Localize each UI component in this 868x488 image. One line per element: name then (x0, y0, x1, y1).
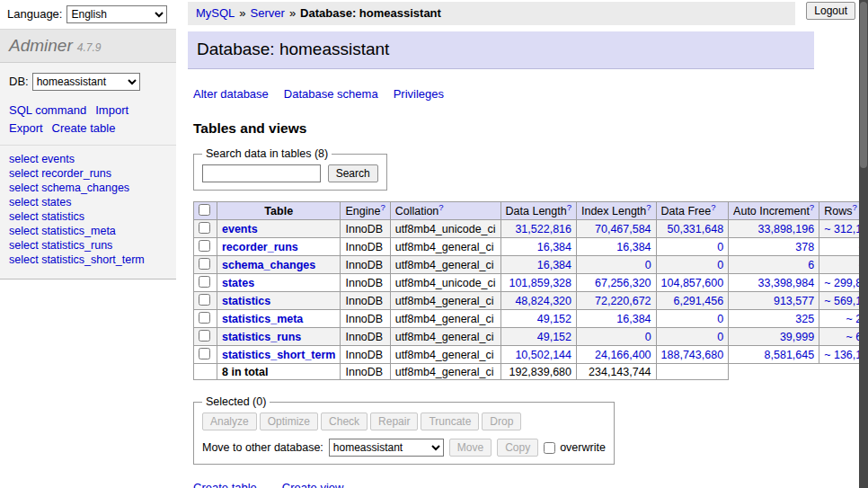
auto-increment-link[interactable]: 6 (808, 259, 814, 271)
search-input[interactable] (202, 164, 321, 182)
database-action-link[interactable]: Database schema (284, 87, 378, 101)
auto-increment-link[interactable]: 33,898,196 (758, 223, 815, 235)
table-operation-button[interactable]: Drop (482, 413, 521, 430)
move-button[interactable]: Move (449, 439, 492, 457)
data-length-link[interactable]: 31,522,816 (515, 223, 571, 235)
sidebar-menu-link[interactable]: Create table (52, 120, 116, 138)
data-free-link[interactable]: 50,331,648 (668, 223, 724, 235)
breadcrumb-link[interactable]: Server (251, 6, 285, 20)
create-link[interactable]: Create table (193, 481, 257, 488)
index-length-link[interactable]: 67,256,320 (595, 277, 651, 289)
copy-button[interactable]: Copy (497, 439, 538, 457)
row-checkbox[interactable] (199, 276, 210, 288)
scrollbar[interactable] (859, 0, 868, 488)
data-length-link[interactable]: 48,824,320 (515, 295, 571, 307)
data-length-link[interactable]: 10,502,144 (515, 349, 571, 361)
select-link[interactable]: select (9, 196, 39, 209)
auto-increment-link[interactable]: 8,581,645 (765, 349, 815, 361)
select-link[interactable]: select (9, 167, 39, 180)
auto-increment-link[interactable]: 913,577 (774, 295, 814, 307)
scrollbar-thumb[interactable] (860, 2, 867, 168)
table-operation-button[interactable]: Optimize (260, 413, 318, 430)
table-name-link[interactable]: states (222, 277, 254, 289)
breadcrumb-link[interactable]: MySQL (196, 6, 235, 20)
index-length-link[interactable]: 0 (645, 331, 651, 343)
select-link[interactable]: select (9, 225, 39, 237)
table-link[interactable]: recorder_runs (41, 167, 111, 180)
index-length-link[interactable]: 70,467,584 (595, 223, 651, 235)
column-help-link[interactable]: ? (711, 201, 715, 211)
index-length-link[interactable]: 16,384 (616, 313, 651, 325)
table-link[interactable]: statistics_short_term (41, 253, 145, 266)
data-free-link[interactable]: 0 (717, 331, 723, 343)
database-action-link[interactable]: Privileges (394, 87, 444, 101)
sidebar-menu-link[interactable]: Import (95, 102, 128, 120)
data-free-link[interactable]: 104,857,600 (661, 277, 724, 289)
database-action-link[interactable]: Alter database (193, 87, 269, 101)
index-length-link[interactable]: 16,384 (616, 241, 651, 253)
table-link[interactable]: events (41, 153, 75, 165)
data-length-link[interactable]: 101,859,328 (509, 277, 571, 289)
sidebar-menu-link[interactable]: Export (9, 120, 43, 138)
column-help-link[interactable]: ? (852, 201, 856, 211)
auto-increment-link[interactable]: 378 (795, 241, 814, 253)
data-free-link[interactable]: 0 (717, 313, 723, 325)
data-length-link[interactable]: 49,152 (537, 313, 571, 325)
table-operation-button[interactable]: Analyze (202, 413, 257, 430)
table-link[interactable]: statistics_meta (41, 225, 116, 237)
move-database-select[interactable]: homeassistant (329, 439, 444, 457)
table-name-link[interactable]: statistics_runs (222, 331, 301, 343)
overwrite-checkbox[interactable] (544, 442, 555, 454)
table-link[interactable]: schema_changes (41, 182, 129, 194)
row-checkbox[interactable] (199, 294, 210, 306)
table-name-link[interactable]: statistics (222, 295, 270, 307)
data-free-link[interactable]: 0 (717, 241, 723, 253)
data-length-link[interactable]: 49,152 (537, 331, 571, 343)
column-help-link[interactable]: ? (567, 201, 571, 211)
create-link[interactable]: Create view (282, 481, 344, 488)
row-checkbox[interactable] (199, 222, 210, 234)
table-name-link[interactable]: statistics_short_term (222, 349, 335, 361)
select-link[interactable]: select (9, 153, 39, 165)
data-length-link[interactable]: 16,384 (537, 259, 571, 271)
index-length-link[interactable]: 24,166,400 (595, 349, 651, 361)
column-help-link[interactable]: ? (646, 201, 651, 211)
table-name-link[interactable]: recorder_runs (222, 241, 298, 253)
language-select[interactable]: English (66, 5, 167, 23)
index-length-link[interactable]: 0 (645, 259, 651, 271)
select-all-checkbox[interactable] (199, 204, 210, 216)
table-link[interactable]: states (41, 196, 71, 209)
table-name-link[interactable]: events (222, 223, 258, 235)
select-link[interactable]: select (9, 210, 39, 223)
auto-increment-link[interactable]: 325 (795, 313, 814, 325)
table-link[interactable]: statistics_runs (41, 239, 112, 252)
logout-button[interactable]: Logout (806, 2, 855, 20)
table-name-link[interactable]: schema_changes (222, 259, 315, 271)
row-checkbox[interactable] (199, 312, 210, 324)
data-length-link[interactable]: 16,384 (537, 241, 571, 253)
row-checkbox[interactable] (199, 258, 210, 270)
data-free-link[interactable]: 6,291,456 (673, 295, 723, 307)
column-help-link[interactable]: ? (380, 201, 385, 211)
column-help-link[interactable]: ? (810, 201, 814, 211)
select-link[interactable]: select (9, 182, 39, 194)
table-name-link[interactable]: statistics_meta (222, 313, 303, 325)
row-checkbox[interactable] (199, 348, 210, 359)
select-link[interactable]: select (9, 253, 39, 266)
data-free-link[interactable]: 0 (717, 259, 723, 271)
sidebar-menu-link[interactable]: SQL command (9, 102, 86, 120)
table-operation-button[interactable]: Check (321, 413, 368, 430)
auto-increment-link[interactable]: 33,398,984 (758, 277, 815, 289)
data-free-link[interactable]: 188,743,680 (661, 349, 724, 361)
index-length-link[interactable]: 72,220,672 (595, 295, 651, 307)
search-button[interactable]: Search (328, 164, 378, 182)
table-link[interactable]: statistics (41, 210, 84, 223)
row-checkbox[interactable] (199, 330, 210, 342)
table-operation-button[interactable]: Truncate (421, 413, 479, 430)
select-link[interactable]: select (9, 239, 39, 252)
auto-increment-link[interactable]: 39,999 (780, 331, 814, 343)
column-help-link[interactable]: ? (438, 201, 443, 211)
table-operation-button[interactable]: Repair (370, 413, 418, 430)
row-checkbox[interactable] (199, 240, 210, 252)
db-select[interactable]: homeassistant (32, 73, 140, 91)
